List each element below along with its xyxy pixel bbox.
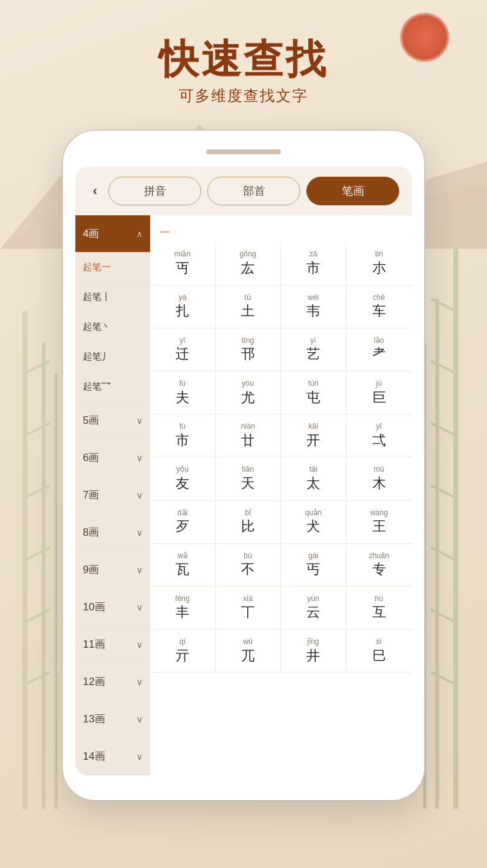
char-cell-6-1[interactable]: bǐ比 [215,501,281,543]
pinyin: fēng [155,594,210,604]
char-row-5: yǒu友tiān天tài太mù木 [150,457,412,500]
char-cell-1-0[interactable]: yà扎 [150,286,215,328]
sidebar-item-13hua[interactable]: 13画 ∨ [75,701,150,738]
hanzi: 丏 [155,259,210,278]
sidebar-stroke-pie[interactable]: 起笔丿 [75,342,150,372]
pinyin: miǎn [155,250,210,259]
sidebar-label: 10画 [83,600,105,614]
pinyin: lǎo [351,336,407,346]
char-cell-4-2[interactable]: kāi开 [281,414,346,457]
char-cell-3-1[interactable]: yóu尤 [215,371,281,414]
char-cell-2-2[interactable]: yì艺 [281,329,346,371]
sidebar-item-5hua[interactable]: 5画 ∨ [75,402,150,439]
char-cell-5-2[interactable]: tài太 [281,457,346,500]
sidebar-item-11hua[interactable]: 11画 ∨ [75,626,150,663]
char-cell-6-3[interactable]: wàng王 [346,501,412,543]
char-cell-6-0[interactable]: dǎi歹 [150,501,215,543]
expand-icon: ∨ [136,602,143,612]
hanzi: 不 [220,561,275,579]
sidebar-stroke-shu[interactable]: 起笔丨 [75,282,150,312]
expand-icon: ∨ [136,714,143,724]
tab-bar: ‹ 拼音 部首 笔画 [75,167,412,215]
hanzi: 专 [351,561,407,579]
pinyin: yī [155,336,210,346]
back-button[interactable]: ‹ [88,180,102,202]
hanzi: 丐 [286,561,341,579]
pinyin: bù [220,551,275,561]
char-row-6: dǎi歹bǐ比quǎn犬wàng王 [150,501,412,544]
char-cell-8-0[interactable]: fēng丰 [150,587,215,629]
pinyin: tài [286,465,341,475]
char-row-7: wǎ瓦bù不gài丐zhuān专 [150,544,412,587]
char-cell-6-2[interactable]: quǎn犬 [281,501,346,543]
char-cell-5-3[interactable]: mù木 [346,457,412,500]
pinyin: fú [155,379,210,389]
pinyin: kāi [286,422,341,432]
svg-line-5 [25,485,50,498]
char-cell-9-1[interactable]: wū兀 [215,630,281,672]
sidebar-item-8hua[interactable]: 8画 ∨ [75,514,150,551]
main-title: 快速查找 [159,37,328,81]
tab-bushou[interactable]: 部首 [207,177,300,205]
pinyin: bǐ [220,508,275,518]
char-cell-2-1[interactable]: tíng邗 [215,329,281,371]
char-cell-1-1[interactable]: tǔ土 [215,286,281,328]
svg-line-7 [25,610,50,622]
sidebar-item-9hua[interactable]: 9画 ∨ [75,551,150,589]
sidebar-item-12hua[interactable]: 12画 ∨ [75,663,150,701]
sidebar-label: 12画 [83,674,105,689]
char-cell-4-1[interactable]: niàn廿 [215,414,281,457]
char-cell-4-3[interactable]: yī弌 [346,414,412,457]
char-cell-8-2[interactable]: yún云 [281,587,346,629]
hanzi: 厷 [220,259,275,278]
char-cell-9-3[interactable]: sì巳 [346,630,412,672]
sidebar-item-14hua[interactable]: 14画 ∨ [75,738,150,775]
pinyin: jù [351,379,407,389]
char-cell-2-3[interactable]: lǎo耂 [346,329,412,371]
sidebar-stroke-zhe[interactable]: 起笔乛 [75,372,150,402]
pinyin: gài [286,551,341,561]
char-cell-3-2[interactable]: tún屯 [281,371,346,414]
sidebar-stroke-dian[interactable]: 起笔丶 [75,312,150,342]
char-cell-9-0[interactable]: qí亓 [150,630,215,672]
char-cell-1-3[interactable]: chē车 [346,286,412,328]
pinyin: sì [351,637,407,647]
hanzi: 巳 [351,647,407,665]
char-cell-7-1[interactable]: bù不 [215,544,281,586]
char-cell-7-3[interactable]: zhuān专 [346,544,412,586]
sidebar-item-7hua[interactable]: 7画 ∨ [75,477,150,514]
char-cell-1-2[interactable]: wéi韦 [281,286,346,328]
char-cell-7-0[interactable]: wǎ瓦 [150,544,215,586]
sidebar-item-10hua[interactable]: 10画 ∨ [75,589,150,626]
char-cell-0-0[interactable]: miǎn丏 [150,242,215,284]
char-cell-0-1[interactable]: gōng厷 [215,242,281,284]
expand-icon: ∨ [136,565,143,575]
char-cell-8-3[interactable]: hù互 [346,587,412,629]
sidebar-stroke-heng[interactable]: 起笔一 [75,253,150,282]
char-row-1: yà扎tǔ土wéi韦chē车 [150,286,412,329]
char-cell-2-0[interactable]: yī迁 [150,329,215,371]
char-cell-0-2[interactable]: zā市 [281,242,346,284]
char-cell-8-1[interactable]: xià丅 [215,587,281,629]
hanzi: 友 [155,475,210,493]
svg-line-16 [431,548,456,560]
hanzi: 市 [286,259,341,278]
char-cell-4-0[interactable]: fú市 [150,414,215,457]
sidebar-item-4hua[interactable]: 4画 ∧ [75,215,150,253]
tab-bihua[interactable]: 笔画 [306,177,399,205]
hanzi: 歹 [155,518,210,536]
pinyin: dǎi [155,508,210,518]
char-cell-9-2[interactable]: jǐng井 [281,630,346,672]
char-cell-3-3[interactable]: jù巨 [346,371,412,414]
sidebar-item-6hua[interactable]: 6画 ∨ [75,439,150,477]
svg-line-12 [431,299,456,311]
char-cell-3-0[interactable]: fú夫 [150,371,215,414]
pinyin: tún [286,379,341,389]
char-cell-0-3[interactable]: tin朩 [346,242,412,284]
char-cell-5-1[interactable]: tiān天 [215,457,281,500]
pinyin: chē [351,293,407,303]
hanzi: 廿 [220,432,275,450]
tab-pinyin[interactable]: 拼音 [108,177,201,205]
char-cell-7-2[interactable]: gài丐 [281,544,346,586]
char-cell-5-0[interactable]: yǒu友 [150,457,215,500]
